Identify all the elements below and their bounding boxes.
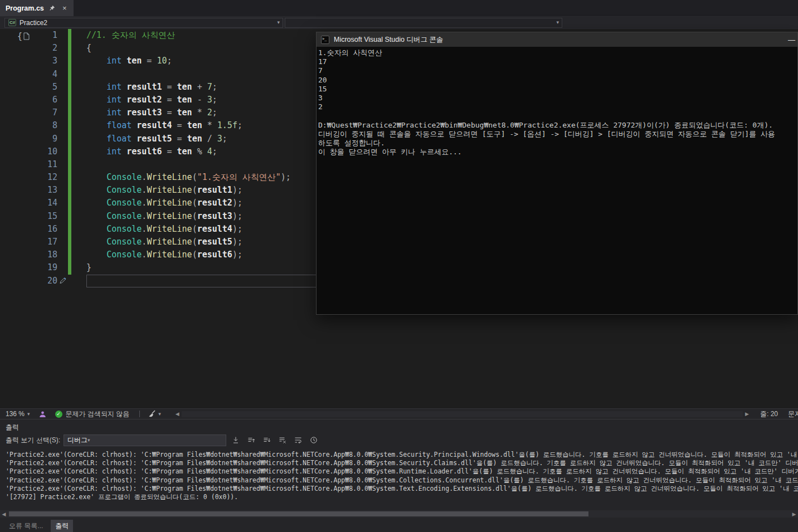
chevron-down-icon: ▾ — [158, 412, 161, 417]
console-line: 하도록 설정합니다. — [318, 139, 797, 148]
word-wrap-icon[interactable] — [292, 435, 304, 446]
line-number[interactable]: 16 — [0, 223, 57, 236]
change-tracking-margin — [57, 184, 86, 197]
console-icon: >_ — [321, 36, 329, 44]
change-tracking-margin — [57, 248, 86, 261]
check-icon: ✓ — [55, 411, 62, 418]
horizontal-scrollbar[interactable] — [182, 411, 743, 417]
change-tracking-margin — [57, 236, 86, 248]
console-line: 15 — [318, 85, 797, 94]
chevron-down-icon: ▾ — [277, 20, 280, 25]
line-number[interactable]: 18 — [0, 248, 57, 261]
line-number[interactable]: 17 — [0, 236, 57, 248]
console-line: 이 창을 닫으려면 아무 키나 누르세요... — [318, 148, 797, 157]
find-next-message-icon[interactable] — [261, 435, 273, 446]
console-line: 17 — [318, 57, 797, 66]
find-previous-message-icon[interactable] — [245, 435, 257, 446]
change-tracking-margin — [57, 261, 86, 274]
output-log: 'Practice2.exe'(CoreCLR: clrhost): 'C:₩P… — [0, 451, 798, 510]
clear-all-icon[interactable] — [276, 435, 289, 446]
tab-error-list[interactable]: 오류 목록... — [4, 520, 47, 532]
brace-glyph: { — [17, 31, 22, 41]
line-number[interactable]: 19 — [0, 261, 57, 274]
document-health-indicator[interactable]: ✓ 문제가 검색되지 않음 — [55, 409, 130, 419]
line-number[interactable]: 13 — [0, 184, 57, 197]
project-name: Practice2 — [20, 19, 47, 27]
scrollbar-thumb[interactable] — [9, 511, 588, 516]
project-dropdown[interactable]: C# Practice2 ▾ — [4, 18, 283, 28]
chevron-down-icon: ▾ — [87, 438, 90, 443]
change-tracking-margin — [57, 171, 86, 184]
zoom-control[interactable]: 136 % ▾ — [6, 410, 30, 418]
line-number[interactable]: 4 — [0, 68, 57, 81]
pin-icon[interactable] — [48, 4, 56, 12]
pencil-icon — [59, 277, 67, 284]
panel-tab-bar: 오류 목록... 출력 — [0, 520, 798, 532]
scroll-left-arrow[interactable]: ◀ — [176, 411, 179, 417]
line-number[interactable]: 2 — [0, 42, 57, 55]
chevron-down-icon: ▾ — [27, 412, 30, 417]
close-icon[interactable]: × — [61, 4, 69, 12]
panel-title: 출력 — [6, 423, 19, 432]
type-member-dropdown[interactable]: ▾ — [285, 18, 562, 28]
console-title-bar[interactable]: >_ Microsoft Visual Studio 디버그 콘솔 — — [317, 32, 797, 47]
line-number[interactable]: 9 — [0, 133, 57, 145]
output-source-value: 디버그 — [67, 436, 87, 445]
navigation-bar: C# Practice2 ▾ ▾ — [0, 17, 798, 29]
tab-title: Program.cs — [6, 4, 44, 12]
change-tracking-margin — [57, 68, 86, 81]
line-number[interactable]: 12 — [0, 171, 57, 184]
line-number[interactable]: 6 — [0, 94, 57, 106]
line-number[interactable]: 10 — [0, 145, 57, 158]
change-tracking-margin — [57, 29, 86, 42]
console-output: 1.숫자의 사칙연산177201532 D:₩Quest₩Practice2₩P… — [317, 47, 797, 314]
line-number[interactable]: 8 — [0, 119, 57, 132]
change-tracking-margin — [57, 81, 86, 94]
line-indicator: 줄: 20 — [760, 409, 778, 419]
change-tracking-margin — [57, 119, 86, 132]
tab-program-cs[interactable]: Program.cs × — [0, 0, 74, 16]
console-line: 1.숫자의 사칙연산 — [318, 48, 797, 57]
output-line: 'Practice2.exe'(CoreCLR: clrhost): 'C:₩P… — [6, 451, 798, 459]
output-source-dropdown[interactable]: 디버그 ▾ — [64, 435, 226, 446]
tab-output[interactable]: 출력 — [51, 520, 73, 532]
line-number[interactable]: 11 — [0, 158, 57, 171]
console-title: Microsoft Visual Studio 디버그 콘솔 — [334, 35, 443, 45]
autoscroll-icon[interactable] — [230, 435, 242, 446]
output-line: 'Practice2.exe'(CoreCLR: clrhost): 'C:₩P… — [6, 476, 798, 485]
scrollbar-right-arrow[interactable]: ▶ — [790, 511, 798, 517]
output-line: 'Practice2.exe'(CoreCLR: clrhost): 'C:₩P… — [6, 467, 798, 476]
change-tracking-margin — [57, 94, 86, 106]
scrollbar-left-arrow[interactable]: ◀ — [0, 511, 8, 517]
change-tracking-margin — [57, 106, 86, 119]
line-number[interactable]: 15 — [0, 210, 57, 223]
change-tracking-margin — [57, 223, 86, 236]
health-label: 문제가 검색되지 않음 — [66, 409, 130, 419]
code-structure-icon[interactable]: { — [17, 31, 30, 41]
console-line: 2 — [318, 103, 797, 111]
console-line: 3 — [318, 94, 797, 103]
timestamp-icon[interactable] — [308, 435, 320, 446]
scroll-right-arrow[interactable]: ▶ — [745, 411, 749, 417]
minimize-button[interactable]: — — [788, 36, 795, 44]
line-number[interactable]: 3 — [0, 55, 57, 67]
output-line: 'Practice2.exe'(CoreCLR: clrhost): 'C:₩P… — [6, 459, 798, 467]
change-tracking-margin — [57, 145, 86, 158]
document-icon — [23, 32, 30, 40]
code-cleanup-button[interactable]: ▾ — [148, 410, 161, 418]
feedback-icon[interactable] — [39, 411, 46, 418]
console-line: D:₩Quest₩Practice2₩Practice2₩bin₩Debug₩n… — [318, 121, 797, 130]
output-scrollbar: ◀ ▶ — [0, 510, 798, 518]
char-indicator: 문자 — [788, 409, 798, 419]
line-number[interactable]: 7 — [0, 106, 57, 119]
output-selector-label: 출력 보기 선택(S): — [6, 436, 60, 445]
output-toolbar: 출력 보기 선택(S): 디버그 ▾ — [6, 434, 798, 446]
output-line: 'Practice2.exe'(CoreCLR: clrhost): 'C:₩P… — [6, 485, 798, 493]
output-panel: 출력 출력 보기 선택(S): 디버그 ▾ — [0, 419, 798, 532]
console-line: 디버깅이 중지될 때 콘솔을 자동으로 닫으려면 [도구] -> [옵션] ->… — [318, 130, 797, 139]
line-number[interactable]: 5 — [0, 81, 57, 94]
zoom-value: 136 % — [6, 410, 25, 418]
console-line: 7 — [318, 66, 797, 75]
line-number[interactable]: 14 — [0, 197, 57, 209]
line-number[interactable]: 20 — [0, 275, 57, 287]
